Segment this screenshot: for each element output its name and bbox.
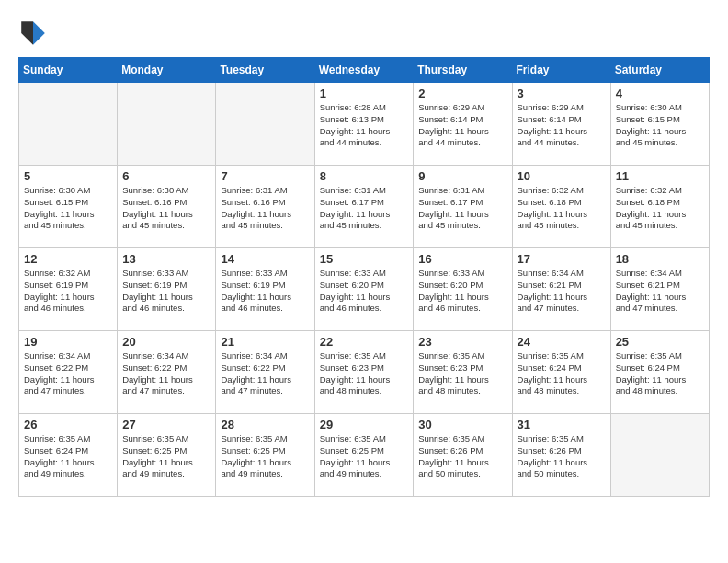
day-number: 11 [616, 169, 704, 183]
day-cell: 19Sunrise: 6:34 AMSunset: 6:22 PMDayligh… [19, 331, 118, 414]
day-number: 21 [221, 335, 309, 349]
logo-icon [18, 18, 48, 48]
day-cell: 22Sunrise: 6:35 AMSunset: 6:23 PMDayligh… [314, 331, 414, 414]
week-row-2: 5Sunrise: 6:30 AMSunset: 6:15 PMDaylight… [19, 166, 710, 248]
day-number: 25 [616, 335, 704, 349]
day-number: 29 [320, 418, 409, 431]
day-number: 5 [24, 169, 112, 183]
day-number: 14 [221, 252, 309, 266]
day-cell: 12Sunrise: 6:32 AMSunset: 6:19 PMDayligh… [19, 248, 118, 331]
day-cell: 3Sunrise: 6:29 AMSunset: 6:14 PMDaylight… [512, 83, 610, 166]
day-number: 7 [221, 169, 309, 183]
day-cell: 14Sunrise: 6:33 AMSunset: 6:19 PMDayligh… [216, 248, 314, 331]
week-row-4: 19Sunrise: 6:34 AMSunset: 6:22 PMDayligh… [19, 331, 710, 414]
day-number: 9 [418, 169, 506, 183]
svg-marker-1 [21, 21, 33, 45]
day-number: 20 [122, 335, 210, 349]
page-header [18, 18, 710, 48]
day-info: Sunrise: 6:35 AMSunset: 6:25 PMDaylight:… [221, 433, 309, 480]
day-info: Sunrise: 6:34 AMSunset: 6:21 PMDaylight:… [518, 268, 606, 315]
day-info: Sunrise: 6:35 AMSunset: 6:23 PMDaylight:… [320, 350, 409, 397]
day-number: 22 [320, 335, 409, 349]
day-info: Sunrise: 6:28 AMSunset: 6:13 PMDaylight:… [320, 102, 409, 149]
day-cell: 7Sunrise: 6:31 AMSunset: 6:16 PMDaylight… [216, 166, 314, 248]
day-number: 6 [122, 169, 210, 183]
day-cell: 8Sunrise: 6:31 AMSunset: 6:17 PMDaylight… [314, 166, 414, 248]
day-info: Sunrise: 6:34 AMSunset: 6:22 PMDaylight:… [122, 350, 210, 397]
day-number: 4 [616, 86, 704, 100]
day-cell: 27Sunrise: 6:35 AMSunset: 6:25 PMDayligh… [118, 414, 216, 497]
day-cell: 1Sunrise: 6:28 AMSunset: 6:13 PMDaylight… [314, 83, 414, 166]
day-cell: 4Sunrise: 6:30 AMSunset: 6:15 PMDaylight… [610, 83, 709, 166]
day-cell: 9Sunrise: 6:31 AMSunset: 6:17 PMDaylight… [414, 166, 512, 248]
day-number: 23 [418, 335, 506, 349]
calendar-header: SundayMondayTuesdayWednesdayThursdayFrid… [19, 58, 710, 83]
day-cell [118, 83, 216, 166]
day-cell: 16Sunrise: 6:33 AMSunset: 6:20 PMDayligh… [414, 248, 512, 331]
day-header-tuesday: Tuesday [216, 58, 314, 83]
day-info: Sunrise: 6:34 AMSunset: 6:22 PMDaylight:… [24, 350, 112, 397]
svg-marker-0 [33, 21, 45, 45]
day-cell: 30Sunrise: 6:35 AMSunset: 6:26 PMDayligh… [414, 414, 512, 497]
day-cell [216, 83, 314, 166]
day-cell: 20Sunrise: 6:34 AMSunset: 6:22 PMDayligh… [118, 331, 216, 414]
day-info: Sunrise: 6:35 AMSunset: 6:25 PMDaylight:… [122, 433, 210, 480]
day-number: 3 [518, 86, 606, 100]
day-header-friday: Friday [512, 58, 610, 83]
day-info: Sunrise: 6:32 AMSunset: 6:19 PMDaylight:… [24, 268, 112, 315]
day-info: Sunrise: 6:34 AMSunset: 6:21 PMDaylight:… [616, 268, 704, 315]
day-number: 19 [24, 335, 112, 349]
day-number: 16 [418, 252, 506, 266]
day-cell: 26Sunrise: 6:35 AMSunset: 6:24 PMDayligh… [19, 414, 118, 497]
day-cell: 23Sunrise: 6:35 AMSunset: 6:23 PMDayligh… [414, 331, 512, 414]
day-number: 10 [518, 169, 606, 183]
day-info: Sunrise: 6:31 AMSunset: 6:17 PMDaylight:… [320, 185, 409, 232]
day-cell [19, 83, 118, 166]
day-header-sunday: Sunday [19, 58, 118, 83]
day-header-monday: Monday [118, 58, 216, 83]
day-cell: 13Sunrise: 6:33 AMSunset: 6:19 PMDayligh… [118, 248, 216, 331]
day-number: 18 [616, 252, 704, 266]
logo [18, 18, 51, 48]
day-cell: 31Sunrise: 6:35 AMSunset: 6:26 PMDayligh… [512, 414, 610, 497]
day-header-wednesday: Wednesday [314, 58, 414, 83]
day-cell: 21Sunrise: 6:34 AMSunset: 6:22 PMDayligh… [216, 331, 314, 414]
day-info: Sunrise: 6:33 AMSunset: 6:19 PMDaylight:… [122, 268, 210, 315]
day-cell: 5Sunrise: 6:30 AMSunset: 6:15 PMDaylight… [19, 166, 118, 248]
day-info: Sunrise: 6:35 AMSunset: 6:23 PMDaylight:… [418, 350, 506, 397]
day-number: 1 [320, 86, 409, 100]
day-cell: 18Sunrise: 6:34 AMSunset: 6:21 PMDayligh… [610, 248, 709, 331]
day-info: Sunrise: 6:32 AMSunset: 6:18 PMDaylight:… [616, 185, 704, 232]
day-cell: 2Sunrise: 6:29 AMSunset: 6:14 PMDaylight… [414, 83, 512, 166]
day-info: Sunrise: 6:33 AMSunset: 6:20 PMDaylight:… [320, 268, 409, 315]
week-row-1: 1Sunrise: 6:28 AMSunset: 6:13 PMDaylight… [19, 83, 710, 166]
day-cell [610, 414, 709, 497]
day-info: Sunrise: 6:33 AMSunset: 6:19 PMDaylight:… [221, 268, 309, 315]
day-cell: 24Sunrise: 6:35 AMSunset: 6:24 PMDayligh… [512, 331, 610, 414]
day-info: Sunrise: 6:35 AMSunset: 6:25 PMDaylight:… [320, 433, 409, 480]
day-number: 17 [518, 252, 606, 266]
day-info: Sunrise: 6:35 AMSunset: 6:24 PMDaylight:… [616, 350, 704, 397]
day-info: Sunrise: 6:31 AMSunset: 6:17 PMDaylight:… [418, 185, 506, 232]
day-info: Sunrise: 6:35 AMSunset: 6:24 PMDaylight:… [24, 433, 112, 480]
day-info: Sunrise: 6:29 AMSunset: 6:14 PMDaylight:… [418, 102, 506, 149]
day-cell: 25Sunrise: 6:35 AMSunset: 6:24 PMDayligh… [610, 331, 709, 414]
day-number: 26 [24, 418, 112, 431]
day-info: Sunrise: 6:30 AMSunset: 6:16 PMDaylight:… [122, 185, 210, 232]
day-number: 27 [122, 418, 210, 431]
day-number: 28 [221, 418, 309, 431]
day-info: Sunrise: 6:32 AMSunset: 6:18 PMDaylight:… [518, 185, 606, 232]
day-number: 2 [418, 86, 506, 100]
day-number: 31 [518, 418, 606, 431]
day-number: 30 [418, 418, 506, 431]
day-number: 15 [320, 252, 409, 266]
week-row-5: 26Sunrise: 6:35 AMSunset: 6:24 PMDayligh… [19, 414, 710, 497]
day-info: Sunrise: 6:33 AMSunset: 6:20 PMDaylight:… [418, 268, 506, 315]
calendar-table: SundayMondayTuesdayWednesdayThursdayFrid… [18, 57, 710, 497]
day-number: 12 [24, 252, 112, 266]
day-cell: 17Sunrise: 6:34 AMSunset: 6:21 PMDayligh… [512, 248, 610, 331]
week-row-3: 12Sunrise: 6:32 AMSunset: 6:19 PMDayligh… [19, 248, 710, 331]
day-cell: 15Sunrise: 6:33 AMSunset: 6:20 PMDayligh… [314, 248, 414, 331]
day-header-saturday: Saturday [610, 58, 709, 83]
day-number: 24 [518, 335, 606, 349]
